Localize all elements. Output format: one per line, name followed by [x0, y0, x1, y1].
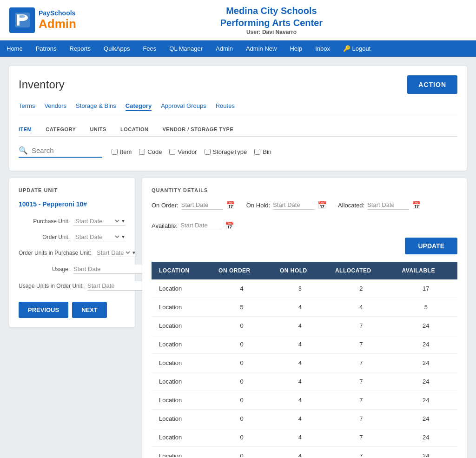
- available-label: Available:: [152, 222, 178, 229]
- nav-patrons[interactable]: Patrons: [29, 40, 63, 57]
- usage-row: Usage:: [19, 265, 126, 274]
- main-container: Inventory ACTION Terms Vendors Storage &…: [0, 57, 476, 458]
- filter-storage-type-checkbox[interactable]: [205, 149, 211, 155]
- allocated-field: Allocated: 📅: [338, 200, 421, 210]
- usage-input[interactable]: [73, 265, 152, 274]
- cell-allocated: 7: [328, 372, 395, 391]
- filter-bin[interactable]: Bin: [254, 148, 271, 155]
- nav-admin[interactable]: Admin: [209, 40, 239, 57]
- table-row: Location 0 4 7 24: [152, 410, 457, 428]
- calendar-icon-available[interactable]: 📅: [225, 221, 234, 230]
- col-header-category[interactable]: CATEGORY: [46, 126, 76, 132]
- tab-vendors[interactable]: Vendors: [44, 101, 66, 111]
- th-allocated: ALLOCATED: [328, 262, 395, 279]
- calendar-icon-allocated[interactable]: 📅: [412, 201, 421, 210]
- table-header-row: LOCATION ON ORDER ON HOLD ALLOCATED AVAI…: [152, 262, 457, 279]
- filter-item-checkbox[interactable]: [112, 149, 118, 155]
- cell-available: 24: [395, 354, 457, 372]
- nav-fees[interactable]: Fees: [136, 40, 163, 57]
- update-button[interactable]: UPDATE: [405, 238, 457, 254]
- table-row: Location 0 4 7 24: [152, 391, 457, 410]
- filter-vendor-checkbox[interactable]: [169, 149, 175, 155]
- tab-category[interactable]: Category: [126, 101, 152, 111]
- tab-storage-bins[interactable]: Storage & Bins: [76, 101, 116, 111]
- cell-on-order: 0: [211, 410, 272, 428]
- logo-icon-box: [9, 7, 35, 33]
- previous-button[interactable]: PREVIOUS: [19, 302, 68, 318]
- chevron-down-icon: ▼: [121, 219, 126, 224]
- tab-terms[interactable]: Terms: [19, 101, 35, 111]
- cell-location: Location: [152, 317, 211, 335]
- sub-tabs: Terms Vendors Storage & Bins Category Ap…: [19, 101, 457, 115]
- cell-allocated: 7: [328, 317, 395, 335]
- nav-admin-new[interactable]: Admin New: [239, 40, 283, 57]
- filter-code-checkbox[interactable]: [139, 149, 145, 155]
- th-available: AVAILABLE: [395, 262, 457, 279]
- next-button[interactable]: NEXT: [72, 302, 107, 318]
- nav-logout[interactable]: 🔑 Logout: [337, 40, 377, 57]
- user-name: Davi Navarro: [262, 29, 297, 35]
- available-date-input[interactable]: [180, 221, 222, 230]
- cell-location: Location: [152, 372, 211, 391]
- right-panel: QUANTITY DETAILS On Order: 📅 On Hold: 📅 …: [142, 178, 467, 458]
- purchase-unit-row: Purchase Unit: Start Date ▼: [19, 217, 126, 226]
- on-order-date-input[interactable]: [181, 200, 223, 210]
- search-input-wrap: 🔍: [19, 146, 102, 158]
- cell-allocated: 7: [328, 410, 395, 428]
- cell-available: 5: [395, 298, 457, 317]
- tab-approval-groups[interactable]: Approval Groups: [161, 101, 206, 111]
- order-unit-select-wrap: Start Date ▼: [73, 233, 126, 241]
- logo-schools: Schools: [50, 9, 75, 17]
- filter-vendor[interactable]: Vendor: [169, 148, 197, 155]
- cell-location: Location: [152, 279, 211, 298]
- logo-text: PaySchools Admin: [39, 9, 76, 31]
- col-header-item[interactable]: ITEM: [19, 126, 32, 132]
- tab-routes[interactable]: Routes: [216, 101, 235, 111]
- cell-available: 24: [395, 335, 457, 354]
- header: PaySchools Admin Medina City Schools Per…: [0, 0, 476, 40]
- order-units-purchase-select[interactable]: Start Date: [95, 249, 132, 257]
- table-body: Location 4 3 2 17 Location 5 4 4 5 Locat…: [152, 279, 457, 457]
- action-button[interactable]: ACTION: [407, 75, 457, 94]
- filter-code[interactable]: Code: [139, 148, 162, 155]
- logo-payschools: PaySchools: [39, 9, 76, 17]
- allocated-date-input[interactable]: [367, 200, 409, 210]
- calendar-icon-on-order[interactable]: 📅: [226, 201, 235, 210]
- purchase-unit-label: Purchase Unit:: [19, 218, 70, 225]
- nav-quikapps[interactable]: QuikApps: [97, 40, 136, 57]
- cell-on-order: 0: [211, 354, 272, 372]
- on-hold-date-input[interactable]: [273, 200, 315, 210]
- col-header-location[interactable]: LOCATION: [120, 126, 149, 132]
- cell-allocated: 7: [328, 391, 395, 410]
- calendar-icon-on-hold[interactable]: 📅: [317, 201, 327, 210]
- table-row: Location 0 4 7 24: [152, 317, 457, 335]
- filter-storage-type[interactable]: StorageType: [205, 148, 247, 155]
- search-icon: 🔍: [19, 146, 28, 155]
- cell-on-order: 0: [211, 317, 272, 335]
- table-row: Location 0 4 7 24: [152, 428, 457, 447]
- nav-help[interactable]: Help: [283, 40, 309, 57]
- update-unit-label: UPDATE UNIT: [19, 187, 126, 193]
- order-unit-select[interactable]: Start Date: [73, 233, 121, 241]
- school-user: User: Davi Navarro: [76, 29, 467, 35]
- nav-ql-manager[interactable]: QL Manager: [163, 40, 209, 57]
- search-input[interactable]: [32, 146, 97, 154]
- nav-inbox[interactable]: Inbox: [309, 40, 337, 57]
- quantity-table-wrap[interactable]: LOCATION ON ORDER ON HOLD ALLOCATED AVAI…: [152, 262, 457, 457]
- filter-bin-checkbox[interactable]: [254, 149, 260, 155]
- usage-units-order-label: Usage Units in Order Unit:: [19, 283, 84, 289]
- col-header-units[interactable]: UNITS: [90, 126, 106, 132]
- filter-item[interactable]: Item: [112, 148, 132, 155]
- logo-area: PaySchools Admin: [9, 7, 76, 33]
- allocated-label: Allocated:: [338, 202, 364, 209]
- nav-home[interactable]: Home: [0, 40, 29, 57]
- nav-reports[interactable]: Reports: [63, 40, 98, 57]
- col-header-vendor-storage[interactable]: VENDOR / STORAGE TYPE: [163, 126, 234, 132]
- usage-label: Usage:: [19, 266, 70, 272]
- cell-allocated: 4: [328, 298, 395, 317]
- cell-on-hold: 4: [272, 410, 328, 428]
- item-title: 10015 - Pepperoni 10#: [19, 200, 126, 208]
- available-field: Available: 📅: [152, 221, 234, 230]
- quantity-details-card: QUANTITY DETAILS On Order: 📅 On Hold: 📅 …: [142, 178, 467, 458]
- purchase-unit-select[interactable]: Start Date: [73, 217, 121, 225]
